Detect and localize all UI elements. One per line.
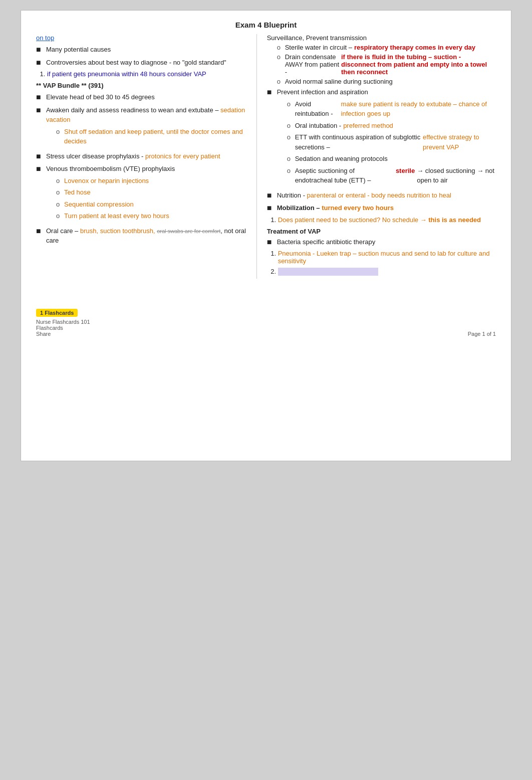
prevent-infection-text: Prevent infection and aspiration [277,88,368,96]
footer-area: 1 Flashcards Nurse Flashcards 101 Flashc… [36,309,496,337]
vap-numbered: if patient gets pneumonia within 48 hour… [36,70,246,78]
item-text: Nutrition - parenteral or enteral - body… [277,190,496,201]
mobilization-colored: turned every two hours [322,204,394,212]
vap-bundle-list: ■ Elevate head of bed 30 to 45 degrees ■… [36,92,246,246]
right-numbered-list: Does patient need to be suctioned? No sc… [267,216,496,224]
page-title: Exam 4 Blueprint [36,21,496,29]
item-text: Bacteria specific antibiotic therapy [277,237,496,247]
item-text: Venous thromboembolism (VTE) prophylaxis… [46,164,246,223]
bullet-icon: ■ [36,164,44,173]
sub-list-item: Lovenox or heparin injections [56,176,246,186]
list-item: ■ Oral care – brush, suction toothbrush,… [36,226,246,246]
sequential-text: Sequential compression [64,200,134,210]
list-item: ■ Awaken daily and assess readiness to w… [36,105,246,148]
sub-item-text: Shut off sedation and keep patient, unti… [64,127,246,146]
sub-list-item: Ted hose [56,187,246,198]
protonics-text: protonics for every patient [145,152,220,160]
stress-ulcer-plain: Stress ulcer disease prophylaxis - [46,152,145,160]
oral-swabs-strikethrough: oral swabs are for comfort [157,228,220,234]
avoid-saline-text: Avoid normal saline during suctioning [285,78,393,85]
sub-list: Shut off sedation and keep patient, unti… [46,127,246,146]
item-text: Many potential causes [46,45,246,55]
list-item: ■ Mobilization – turned every two hours [267,203,496,213]
sub-list-item: Sequential compression [56,200,246,210]
sub-list-item: Sterile water in circuit – respiratory t… [277,44,496,51]
right-main-list: ■ Prevent infection and aspiration Avoid… [267,87,496,213]
sub-list-item: Sedation and weaning protocols [287,154,496,164]
suction-bold: this is as needed [428,216,481,224]
on-top-link[interactable]: on top [36,34,246,42]
list-item: if patient gets pneumonia within 48 hour… [47,70,246,78]
nutrition-colored: parenteral or enteral - body needs nutri… [307,191,451,199]
vap-pneumonia-text: if patient gets pneumonia within 48 hour… [47,70,206,78]
footer-sub2: Flashcards [36,325,90,331]
two-column-layout: on top ■ Many potential causes ■ Controv… [36,34,496,279]
intro-bullets: ■ Many potential causes ■ Controversies … [36,45,246,67]
drain-plain: Drain condensate AWAY from patient - [285,53,339,76]
bullet-icon: ■ [36,105,44,115]
list-item [278,268,496,276]
item-text: Controversies about best way to diagnose… [46,58,246,68]
treatment-bullets: ■ Bacteria specific antibiotic therapy [267,237,496,247]
sub-list-item: Aseptic suctioning of endotracheal tube … [287,166,496,185]
respiratory-therapy-text: respiratory therapy comes in every day [354,44,475,51]
treatment-header: Treatment of VAP [267,228,496,235]
bullet-icon: ■ [267,190,275,200]
footer-left: 1 Flashcards Nurse Flashcards 101 Flashc… [36,309,90,337]
list-item: ■ Many potential causes [36,45,246,55]
ett-colored: effective strategy to prevent VAP [423,132,496,152]
list-item: ■ Prevent infection and aspiration Avoid… [267,87,496,187]
sub-list-item: Avoid normal saline during suctioning [277,78,496,85]
oral-intubation-plain: Oral intubation - [295,121,342,131]
item-text: Mobilization – turned every two hours [277,203,496,213]
nutrition-plain: Nutrition - [277,191,307,199]
prevent-infection-sub: Avoid reintubation - make sure patient i… [277,99,496,185]
sub-list-item: Shut off sedation and keep patient, unti… [56,127,246,146]
sub-list-item: Oral intubation - preferred method [287,121,496,131]
page-container: Exam 4 Blueprint on top ■ Many potential… [21,10,511,461]
oral-care-colored: brush, suction toothbrush, [80,227,157,235]
sub-list-item: Avoid reintubation - make sure patient i… [287,99,496,119]
surveillance-header: Surveillance, Prevent transmission [267,34,496,42]
oral-intubation-colored: preferred method [343,121,393,131]
list-item: ■ Controversies about best way to diagno… [36,58,246,68]
aseptic-plain: Aseptic suctioning of endotracheal tube … [295,166,394,185]
highlighted-empty-item [278,268,378,276]
list-item: ■ Nutrition - parenteral or enteral - bo… [267,190,496,201]
bullet-icon: ■ [36,58,44,67]
footer-badge[interactable]: 1 Flashcards [36,309,78,317]
bullet-icon: ■ [267,237,275,247]
awaken-text-plain: Awaken daily and assess readiness to wea… [46,106,220,114]
bullet-icon: ■ [36,92,44,102]
avoid-reintubation-colored: make sure patient is ready to extubate –… [341,99,496,119]
item-text: Oral care – brush, suction toothbrush, o… [46,226,246,246]
vte-sub-list: Lovenox or heparin injections Ted hose S… [46,176,246,221]
drain-colored-text: if there is fluid in the tubing – suctio… [341,53,496,76]
bullet-icon: ■ [36,226,44,236]
suction-plain: Does patient need to be suctioned? No sc… [278,216,429,224]
list-item: Pneumonia - Lueken trap – suction mucus … [278,250,496,265]
item-text: Prevent infection and aspiration Avoid r… [277,87,496,187]
bullet-icon: ■ [36,45,44,54]
turn-patient-text: Turn patient at least every two hours [64,211,169,221]
list-item: ■ Venous thromboembolism (VTE) prophylax… [36,164,246,223]
mobilization-plain: Mobilization – [277,204,322,212]
item-text: Elevate head of bed 30 to 45 degrees [46,92,246,102]
ett-plain: ETT with continuous aspiration of subglo… [295,132,421,152]
list-item: ■ Bacteria specific antibiotic therapy [267,237,496,247]
ted-hose-text: Ted hose [64,187,91,198]
item-text: Stress ulcer disease prophylaxis - proto… [46,151,246,161]
right-column: Surveillance, Prevent transmission Steri… [257,34,496,279]
list-item: ■ Elevate head of bed 30 to 45 degrees [36,92,246,102]
surveillance-list: Sterile water in circuit – respiratory t… [267,44,496,85]
list-item: ■ Stress ulcer disease prophylaxis - pro… [36,151,246,161]
aseptic-after: → closed suctioning → not open to air [417,166,496,185]
sub-list-item: Turn patient at least every two hours [56,211,246,221]
sterile-bold: sterile [396,166,415,176]
list-item: Does patient need to be suctioned? No sc… [278,216,496,224]
oral-care-plain: Oral care – [46,227,80,235]
sedation-protocols-text: Sedation and weaning protocols [295,154,388,164]
avoid-reintubation-plain: Avoid reintubation - [295,99,339,119]
bullet-icon: ■ [267,203,275,213]
vte-text: Venous thromboembolism (VTE) prophylaxis [46,165,175,172]
